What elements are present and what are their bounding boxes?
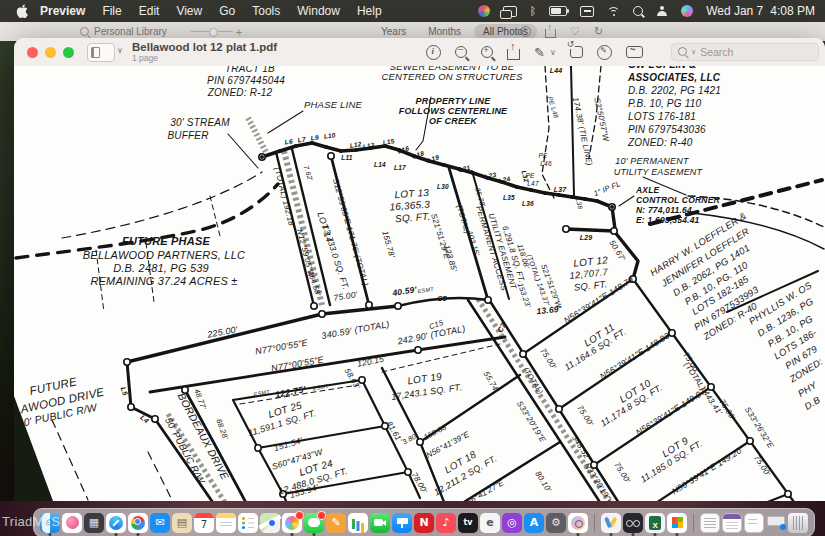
dark-glasses-app-icon[interactable]	[623, 513, 643, 533]
podcasts-icon[interactable]: ◎	[502, 513, 522, 533]
plat-label: FUTURE PHASE	[122, 235, 210, 247]
menu-view[interactable]: View	[176, 4, 202, 18]
plat-label: 30' STREAM	[170, 117, 230, 128]
menu-edit[interactable]: Edit	[139, 4, 160, 18]
pages-icon[interactable]: ✎	[326, 513, 346, 533]
minimized-window-icon-2[interactable]	[722, 513, 742, 533]
markup-dropdown-chevron-icon[interactable]: ∨	[550, 48, 556, 57]
plat-label: C5	[437, 294, 448, 303]
zoom-in-icon[interactable]	[481, 46, 493, 58]
plat-label: D.B. 2481, PG 539	[113, 262, 209, 274]
spotlight-icon[interactable]	[633, 6, 643, 16]
trash-icon[interactable]	[788, 513, 808, 533]
share-icon[interactable]	[545, 29, 556, 38]
minimize-button[interactable]	[45, 47, 56, 58]
notes-icon[interactable]	[216, 513, 236, 533]
sidebar-toggle-button[interactable]	[87, 43, 115, 62]
rotate-icon[interactable]: ↻	[594, 25, 603, 38]
search-input[interactable]: ∨ Search	[671, 43, 819, 61]
safari-icon[interactable]	[106, 513, 126, 533]
plat-label: CENTERED ON STRUCTURES	[381, 71, 523, 82]
rotate-left-icon[interactable]	[570, 46, 583, 58]
menu-tools[interactable]: Tools	[252, 4, 280, 18]
plat-label: CONTROL CORNER	[636, 195, 721, 205]
third-party-menu-extra-icon[interactable]	[478, 5, 490, 17]
plat-label: ZONED: R-12	[207, 87, 273, 98]
pink-sphere-app-icon[interactable]	[62, 513, 82, 533]
minimized-window-icon-1[interactable]	[700, 513, 720, 533]
minimized-window-icon-3[interactable]	[744, 513, 764, 533]
clock-time: 4:08 PM	[770, 4, 815, 18]
apple-tv-icon[interactable]: tv	[458, 513, 478, 533]
signature-icon[interactable]	[626, 46, 643, 58]
photos-tab-years[interactable]: Years	[372, 24, 415, 39]
keynote-icon[interactable]	[392, 513, 412, 533]
calendar-icon[interactable]: 7	[194, 513, 214, 533]
close-button[interactable]	[27, 47, 38, 58]
markup-pencil-icon[interactable]: ✎	[534, 45, 545, 60]
plat-label: L46	[540, 160, 552, 167]
siri-icon[interactable]	[681, 5, 693, 17]
running-indicator-dot	[610, 533, 613, 536]
facetime-icon[interactable]	[370, 513, 390, 533]
bluetooth-icon[interactable]: ᛒ	[530, 6, 537, 17]
zoom-out-icon[interactable]	[455, 46, 467, 58]
photos-zoom-slider[interactable]: +	[191, 26, 242, 38]
menu-preview[interactable]: Preview	[40, 4, 85, 18]
preview-icon[interactable]	[568, 513, 588, 533]
e-app-icon[interactable]: e	[480, 513, 500, 533]
dock-separator	[693, 514, 694, 532]
pdf-content[interactable]: SEWER EASEMENT TO BECENTERED ON STRUCTUR…	[14, 66, 825, 536]
highlight-icon[interactable]	[597, 45, 612, 60]
search-chevron-icon: ∨	[691, 48, 696, 56]
contacts-icon[interactable]: ▤	[172, 513, 192, 533]
menu-window[interactable]: Window	[297, 4, 340, 18]
mail-icon[interactable]: ✉	[150, 513, 170, 533]
battery-icon[interactable]	[549, 6, 567, 16]
zoom-button[interactable]	[63, 47, 74, 58]
menubar-clock[interactable]: Wed Jan 7 4:08 PM	[706, 4, 815, 18]
input-menu-icon[interactable]	[580, 6, 594, 17]
plat-label: 10' PERMANENT	[615, 156, 690, 166]
photos-tab-months[interactable]: Months	[419, 24, 470, 39]
keys-app-icon[interactable]	[601, 513, 621, 533]
favorite-heart-icon[interactable]: ♡	[570, 25, 580, 38]
green-sheet-app-icon[interactable]	[645, 513, 665, 533]
wifi-icon[interactable]	[607, 6, 620, 16]
running-indicator-dot	[577, 533, 580, 536]
plat-label: GW LOFLIN &	[628, 66, 696, 70]
document-page-count: 1 page	[132, 54, 277, 64]
microsoft-app-icon[interactable]	[667, 513, 687, 533]
preview-toolbar: ∨ Bellawood lot 12 plat 1.pdf 1 page ✎ ∨…	[14, 38, 825, 67]
system-settings-icon[interactable]: ⚙	[546, 513, 566, 533]
app-store-icon[interactable]: A	[524, 513, 544, 533]
maps-icon[interactable]	[260, 513, 280, 533]
plat-drawing: SEWER EASEMENT TO BECENTERED ON STRUCTUR…	[14, 66, 825, 536]
launchpad-icon[interactable]: ▦	[84, 513, 104, 533]
menu-go[interactable]: Go	[219, 4, 235, 18]
reminders-icon[interactable]	[238, 513, 258, 533]
zoom-detail-icon[interactable]	[520, 26, 531, 37]
chrome-icon[interactable]	[128, 513, 148, 533]
screen-mirroring-icon[interactable]	[503, 6, 517, 17]
plat-label: P.B. 10, PG 110	[628, 98, 701, 109]
photos-library-label[interactable]: Personal Library	[80, 26, 167, 37]
menu-file[interactable]: File	[102, 4, 121, 18]
apple-menu-icon[interactable]	[16, 4, 28, 18]
sidebar-chevron-icon[interactable]: ∨	[117, 46, 123, 55]
share-icon[interactable]	[507, 49, 520, 60]
photos-search-icon	[80, 27, 89, 36]
plat-label: OF CREEK	[429, 116, 478, 126]
numbers-icon[interactable]	[348, 513, 368, 533]
red-n-app-icon[interactable]: N	[414, 513, 434, 533]
running-indicator-dot	[137, 533, 140, 536]
user-switch-icon[interactable]	[656, 6, 668, 16]
running-indicator-dot	[632, 533, 635, 536]
external-display-icon[interactable]	[766, 513, 786, 533]
plat-label: L30	[437, 183, 449, 190]
music-icon[interactable]: ♪	[436, 513, 456, 533]
info-icon[interactable]	[426, 45, 441, 60]
plat-label: REMAINING 37.24 ACRES ±	[90, 275, 237, 287]
menu-help[interactable]: Help	[357, 4, 382, 18]
plat-label: ASSOCIATES, LLC	[627, 72, 721, 83]
